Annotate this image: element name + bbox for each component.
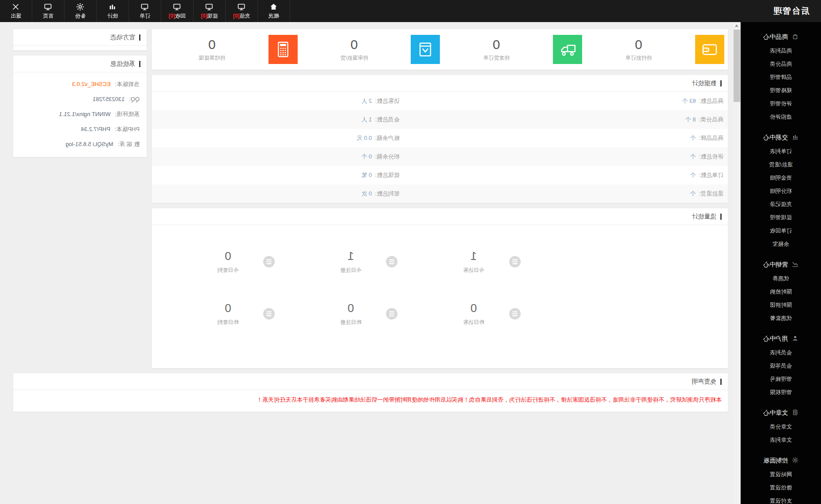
count-badge: [0]: [233, 13, 240, 19]
vertical-scrollbar[interactable]: [733, 22, 741, 504]
topbar-item-label: 充值[0]: [233, 12, 250, 20]
topbar-item-withdraw[interactable]: 提现[0]: [193, 0, 226, 22]
sidebar-item[interactable]: 会员等级: [741, 359, 821, 372]
menu-circle-icon: [509, 256, 521, 267]
sidebar-item[interactable]: 管理权限: [741, 386, 821, 399]
sidebar-item[interactable]: 资金明细: [741, 171, 821, 184]
sidebar-item[interactable]: 评价管理: [741, 97, 821, 110]
sidebar-item[interactable]: 管理账号: [741, 372, 821, 386]
topbar-item-label: 退出: [11, 12, 21, 20]
traffic-stats-header: 流量统计: [152, 208, 728, 225]
right-column: 官方动态 系统信息 当前版本:ECSHE_v2.0.3QQ:1302357281…: [13, 29, 147, 368]
sidebar-item[interactable]: 微信设置: [741, 481, 821, 494]
sidebar-item[interactable]: 余额宝: [741, 237, 821, 251]
sidebar-item[interactable]: 积分明细: [741, 184, 821, 198]
sidebar-item[interactable]: 商品分类: [741, 57, 821, 71]
sidebar-item[interactable]: 虚拟评价: [741, 110, 821, 124]
official-news-panel: 官方动态: [13, 29, 147, 50]
topbar-item-backup[interactable]: 备份: [64, 0, 97, 22]
traffic-stats-body: 1今日访客 1今日注册 0今日签到 0昨日访客 0昨日注册 0昨日签到: [152, 225, 728, 368]
traffic-number: 0: [217, 301, 238, 315]
card-label: 待发货订单: [440, 54, 553, 62]
card-meta: 0待付款订单: [582, 37, 695, 62]
card-pending-refund[interactable]: 0待审退款/货: [298, 35, 440, 64]
sidebar-item[interactable]: 优惠套餐: [741, 312, 821, 325]
doc-icon: [792, 409, 798, 417]
header-bar-icon: [720, 379, 722, 385]
sidebar-item[interactable]: 支付设置: [741, 494, 821, 504]
info-label: QQ:: [129, 96, 140, 102]
topbar-item-logout[interactable]: 退出: [0, 0, 32, 22]
stat-cell: 订单总数:个: [400, 171, 728, 179]
stat-cell: 提现总数:0 笔: [361, 171, 399, 179]
sidebar-item[interactable]: 优惠券: [741, 272, 821, 285]
topbar-item-orders[interactable]: 订单: [129, 0, 161, 22]
traffic-label: 今日访客: [463, 267, 484, 274]
traffic-row: 1今日访客 1今日注册 0今日签到: [152, 249, 521, 274]
sidebar-section-header-trade[interactable]: 交易中心: [741, 131, 821, 145]
system-info-row: 系统环境:WINNT nginx/1.21.1: [13, 107, 147, 122]
sidebar-item[interactable]: 订单回收: [741, 224, 821, 237]
card-meta: 0待发货订单: [440, 37, 553, 62]
sidebar-section-header-marketing[interactable]: 营销中心: [741, 258, 821, 272]
sidebar-section-header-control[interactable]: 控制面板: [741, 454, 821, 468]
sidebar-item[interactable]: 提现管理: [741, 211, 821, 224]
sidebar-item[interactable]: 充值记录: [741, 198, 821, 211]
card-number: 0: [582, 37, 695, 52]
traffic-stats-title: 流量统计: [692, 213, 716, 221]
card-pending-shipment[interactable]: 0待发货订单: [440, 35, 582, 64]
trend-icon: [792, 261, 798, 269]
sidebar-item[interactable]: 限时抢购: [741, 285, 821, 298]
topbar-item-overview[interactable]: 概况: [258, 0, 290, 22]
card-label: 待结算提现: [155, 54, 269, 62]
topbar-item-recharge[interactable]: 充值[0]: [226, 0, 258, 22]
sidebar-item[interactable]: 文章分类: [741, 420, 821, 433]
card-label: 待付款订单: [582, 54, 695, 62]
card-number: 0: [155, 37, 269, 52]
monitor-icon: [44, 3, 53, 11]
sidebar-item[interactable]: 订单列表: [741, 145, 821, 158]
sidebar-item[interactable]: 规格管理: [741, 84, 821, 97]
monitor-icon: [173, 3, 182, 11]
traffic-block: 0今日签到: [217, 249, 238, 274]
sidebar-item[interactable]: 网站设置: [741, 468, 821, 481]
data-stats-row: 评价总数:个积分余额:0 个: [152, 147, 728, 166]
close-icon: [12, 3, 20, 11]
stat-cell: 积分余额:0 个: [361, 153, 399, 161]
menu-circle-icon: [263, 308, 275, 320]
stat-cell: 商品总数:63 个: [400, 97, 728, 105]
header-bar-icon: [139, 34, 140, 41]
topbar-item-statistics[interactable]: 统计: [97, 0, 129, 22]
sidebar-item[interactable]: 文章列表: [741, 433, 821, 447]
chart-icon: [109, 3, 117, 11]
topbar-item-recycle[interactable]: 回收[0]: [161, 0, 193, 22]
topbar-item-label: 首页: [43, 12, 53, 20]
gear-icon: [76, 3, 85, 11]
scrollbar-thumb[interactable]: [734, 30, 740, 102]
topbar-item-home[interactable]: 首页: [32, 0, 64, 22]
traffic-cell: 0今日签到: [152, 249, 275, 274]
topbar-item-label: 概况: [269, 12, 279, 20]
monitor-icon: [141, 3, 149, 11]
summary-cards-panel: 0待付款订单0待发货订单0待审退款/货 0待结算提现: [152, 29, 728, 70]
card-pending-settlement[interactable]: 0待结算提现: [155, 35, 298, 64]
sidebar-item[interactable]: 商品列表: [741, 44, 821, 57]
disclaimer-panel: 免责声明 本程序只供测试研究，不得使用于非法用途，不得违反国家法律，不得进行违法…: [13, 373, 728, 412]
menu-circle-icon: [509, 308, 521, 320]
sidebar-item[interactable]: 品牌管理: [741, 71, 821, 84]
sidebar-item[interactable]: 退款/退货: [741, 158, 821, 171]
system-info-rows: 当前版本:ECSHE_v2.0.3QQ:1302357281系统环境:WINNT…: [13, 72, 147, 157]
sidebar-item[interactable]: 会员列表: [741, 346, 821, 359]
stat-cell: 会员总数:1 人: [361, 116, 399, 124]
sidebar-section-article: 文章中心文章分类文章列表: [741, 406, 821, 447]
scroll-up-button[interactable]: [733, 22, 741, 29]
sidebar-section-header-goods[interactable]: 商品中心: [741, 30, 821, 44]
sidebar-section-header-user[interactable]: 用户中心: [741, 332, 821, 346]
bars-icon: [792, 134, 798, 142]
card-pending-payment[interactable]: 0待付款订单: [582, 35, 724, 64]
data-stats-title: 数据统计: [692, 79, 716, 87]
monitor-icon: [238, 3, 246, 11]
sidebar-item[interactable]: 限时拼团: [741, 298, 821, 312]
sidebar-section-header-article[interactable]: 文章中心: [741, 406, 821, 420]
monitor-icon: [205, 3, 214, 11]
